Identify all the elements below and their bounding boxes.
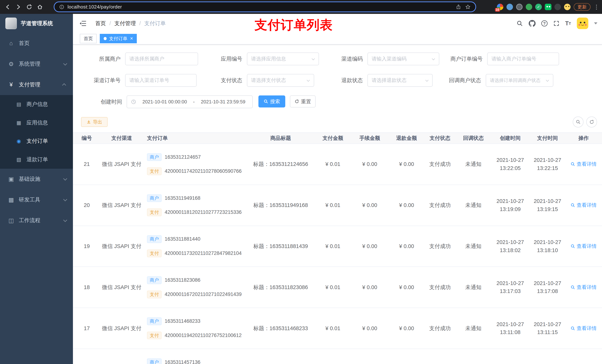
extension-icon-check[interactable] <box>535 4 542 10</box>
url-bar[interactable]: localhost:1024/pay/order <box>54 1 476 12</box>
extension-icon-chat[interactable] <box>545 4 551 10</box>
merchant-input[interactable] <box>125 52 198 65</box>
browser-update-button[interactable]: 更新 <box>574 3 591 11</box>
search-icon[interactable] <box>516 20 523 27</box>
browser-reload-button[interactable] <box>24 1 35 12</box>
merchant-tag: 商户 <box>147 358 161 364</box>
github-icon[interactable] <box>529 20 536 27</box>
search-icon <box>570 203 575 208</box>
browser-menu-icon[interactable] <box>593 3 599 10</box>
merchant-order-no: 1635311468233 <box>165 317 201 325</box>
search-icon <box>570 244 575 249</box>
merchant-order-no: 1635311823086 <box>165 276 201 284</box>
browser-forward-button[interactable] <box>13 1 24 12</box>
product-title-cell: 标题：1635311468233 <box>246 308 315 349</box>
pay-amount-cell: ¥ 0.01 <box>316 308 350 349</box>
column-header: 退款金额 <box>389 133 424 144</box>
breadcrumb: 首页 / 支付管理 / 支付订单 <box>95 14 166 33</box>
fee-amount-cell <box>350 349 389 364</box>
sidebar-item-infrastructure[interactable]: ▣ 基础设施 <box>0 169 73 189</box>
pay-status-select[interactable]: 请选择支付状态 <box>247 74 314 87</box>
paid-time-cell: 2021-10-27 13:11:15 <box>530 308 565 349</box>
pay-tag: 支付 <box>147 332 161 339</box>
url-text[interactable]: localhost:1024/pay/order <box>68 4 452 10</box>
notify-status-cell: 未通知 <box>456 144 491 185</box>
notify-status-cell: 未通知 <box>456 267 491 308</box>
toggle-search-button[interactable] <box>573 116 583 127</box>
date-end-value[interactable]: 2021-10-31 23:59:59 <box>198 99 248 104</box>
sidebar-item-workflow[interactable]: ◫ 工作流程 <box>0 210 73 231</box>
extension-icon-blue[interactable] <box>506 4 513 10</box>
channel-pay-no: 4200001167202110271022491439 <box>165 291 242 298</box>
filter-app-id: 应用编号 请选择应用信息 <box>247 52 319 65</box>
pay-status-cell: 支付成功 <box>424 267 456 308</box>
sidebar-item-payment[interactable]: ¥ 支付管理 <box>0 74 73 95</box>
date-range-input[interactable]: 2021-10-01 00:00:00 - 2021-10-31 23:59:5… <box>127 95 252 108</box>
filter-notify-status: 回调商户状态 请选择订单回调商户状态 <box>486 74 553 87</box>
order-id-cell: 19 <box>73 226 100 267</box>
pay-amount-cell: ¥ 0.01 <box>316 226 350 267</box>
avatar[interactable] <box>577 18 588 29</box>
sidebar-item-dev-tools[interactable]: ▩ 研发工具 <box>0 189 73 210</box>
share-icon[interactable] <box>456 4 461 10</box>
table-body: 21 微信 JSAPI 支付 商户 1635312124657 支付 42000… <box>73 144 602 364</box>
extension-icon-face[interactable] <box>564 4 570 10</box>
view-detail-link[interactable]: 查看详情 <box>570 325 597 332</box>
help-icon[interactable] <box>541 20 547 26</box>
pay-tag: 支付 <box>147 208 161 216</box>
sidebar: 芋道管理系统 ⌂ 首页 ⚙ 系统管理 ¥ 支付管理 ▤ 商户信息 <box>0 14 73 364</box>
sidebar-toggle-icon[interactable] <box>79 20 86 28</box>
pay-order-cell: 商户 1635312124657 支付 42000011742021102780… <box>143 144 246 185</box>
sidebar-item-app-info[interactable]: ▦ 应用信息 <box>0 114 73 132</box>
download-icon <box>86 120 91 124</box>
card-icon: ▤ <box>15 101 22 107</box>
extension-icon-green[interactable] <box>526 4 532 10</box>
app-id-select[interactable]: 请选择应用信息 <box>247 52 319 65</box>
breadcrumb-current: 支付订单 <box>144 20 166 27</box>
site-info-icon[interactable] <box>59 4 64 10</box>
tab-home[interactable]: 首页 <box>80 34 97 43</box>
search-icon <box>264 99 268 104</box>
tab-pay-order[interactable]: 支付订单 <box>100 34 137 43</box>
close-icon[interactable] <box>130 36 133 41</box>
merchant-order-no-input[interactable] <box>487 52 559 65</box>
breadcrumb-payment[interactable]: 支付管理 <box>114 20 136 27</box>
bookmark-star-icon[interactable] <box>465 4 471 10</box>
export-button[interactable]: 导出 <box>81 117 108 127</box>
extension-icon-globe[interactable] <box>516 4 523 10</box>
refresh-table-button[interactable] <box>586 116 597 127</box>
fullscreen-icon[interactable] <box>553 20 559 26</box>
sidebar-item-home[interactable]: ⌂ 首页 <box>0 33 73 54</box>
font-size-icon[interactable] <box>565 20 571 27</box>
refund-status-select[interactable]: 请选择退款状态 <box>367 74 433 87</box>
app-logo <box>5 18 17 29</box>
pay-order-cell: 商户 1635311457136 <box>143 349 246 364</box>
view-detail-link[interactable]: 查看详情 <box>570 283 597 291</box>
refresh-icon <box>294 99 299 104</box>
app-logo-row[interactable]: 芋道管理系统 <box>0 14 73 33</box>
notify-status-select[interactable]: 请选择订单回调商户状态 <box>486 74 553 87</box>
sidebar-item-merchant-info[interactable]: ▤ 商户信息 <box>0 95 73 114</box>
date-start-value[interactable]: 2021-10-01 00:00:00 <box>140 99 190 104</box>
channel-code-select[interactable]: 请输入渠道编码 <box>367 52 439 65</box>
avatar-caret-icon[interactable] <box>594 22 597 24</box>
search-button[interactable]: 搜索 <box>258 95 285 107</box>
reset-button[interactable]: 重置 <box>290 95 316 107</box>
browser-home-button[interactable] <box>35 1 45 12</box>
view-detail-link[interactable]: 查看详情 <box>570 201 597 209</box>
breadcrumb-home[interactable]: 首页 <box>95 20 106 27</box>
merchant-order-no: 1635311457136 <box>165 358 201 364</box>
sidebar-item-system[interactable]: ⚙ 系统管理 <box>0 54 73 74</box>
extension-icon-pin[interactable] <box>554 4 561 10</box>
view-detail-link[interactable]: 查看详情 <box>570 160 597 168</box>
browser-back-button[interactable] <box>2 1 13 12</box>
extension-icon-colorwheel[interactable]: 10 <box>497 4 503 10</box>
view-detail-link[interactable]: 查看详情 <box>570 242 597 250</box>
sidebar-item-refund-order[interactable]: ▧ 退款订单 <box>0 150 73 169</box>
sidebar-item-pay-order[interactable]: ◉ 支付订单 <box>0 132 73 150</box>
channel-order-no-input[interactable] <box>125 74 197 87</box>
fee-amount-cell: ¥ 0.00 <box>350 267 389 308</box>
product-title-cell: 标题：1635312124656 <box>246 144 315 185</box>
app-header: 首页 / 支付管理 / 支付订单 支付订单列表 <box>73 14 602 33</box>
pay-tag: 支付 <box>147 291 161 298</box>
